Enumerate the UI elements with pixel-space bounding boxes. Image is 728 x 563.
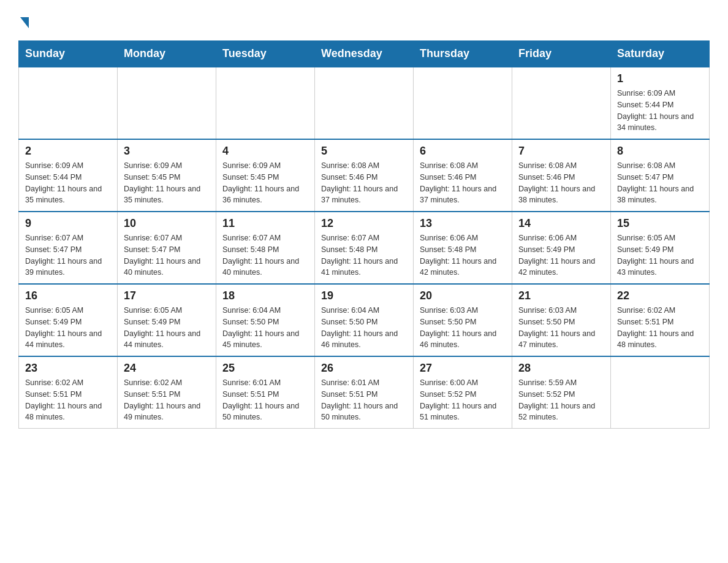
day-info: Sunrise: 6:01 AM Sunset: 5:51 PM Dayligh…	[321, 377, 407, 423]
day-info: Sunrise: 6:02 AM Sunset: 5:51 PM Dayligh…	[124, 377, 210, 423]
day-info: Sunrise: 6:07 AM Sunset: 5:48 PM Dayligh…	[321, 232, 407, 278]
calendar-cell: 3Sunrise: 6:09 AM Sunset: 5:45 PM Daylig…	[118, 139, 216, 212]
day-number: 7	[518, 145, 604, 158]
calendar-cell: 4Sunrise: 6:09 AM Sunset: 5:45 PM Daylig…	[216, 139, 315, 212]
calendar-cell	[315, 67, 414, 139]
day-number: 14	[518, 217, 604, 230]
calendar-cell: 18Sunrise: 6:04 AM Sunset: 5:50 PM Dayli…	[216, 284, 315, 356]
day-number: 10	[124, 217, 210, 230]
day-number: 23	[25, 362, 111, 375]
day-number: 24	[124, 362, 210, 375]
day-info: Sunrise: 6:02 AM Sunset: 5:51 PM Dayligh…	[617, 305, 703, 351]
calendar-cell: 26Sunrise: 6:01 AM Sunset: 5:51 PM Dayli…	[315, 356, 414, 429]
calendar-cell: 16Sunrise: 6:05 AM Sunset: 5:49 PM Dayli…	[19, 284, 118, 356]
calendar-week-row: 16Sunrise: 6:05 AM Sunset: 5:49 PM Dayli…	[19, 284, 710, 356]
calendar-cell: 22Sunrise: 6:02 AM Sunset: 5:51 PM Dayli…	[611, 284, 710, 356]
day-info: Sunrise: 6:08 AM Sunset: 5:46 PM Dayligh…	[518, 160, 604, 206]
day-info: Sunrise: 6:07 AM Sunset: 5:47 PM Dayligh…	[124, 232, 210, 278]
day-info: Sunrise: 6:01 AM Sunset: 5:51 PM Dayligh…	[222, 377, 308, 423]
calendar-cell	[611, 356, 710, 429]
day-number: 22	[617, 289, 703, 302]
calendar-cell: 8Sunrise: 6:08 AM Sunset: 5:47 PM Daylig…	[611, 139, 710, 212]
day-number: 8	[617, 145, 703, 158]
calendar-cell: 1Sunrise: 6:09 AM Sunset: 5:44 PM Daylig…	[611, 67, 710, 139]
calendar-table: SundayMondayTuesdayWednesdayThursdayFrid…	[18, 40, 710, 429]
day-info: Sunrise: 6:08 AM Sunset: 5:46 PM Dayligh…	[321, 160, 407, 206]
day-number: 18	[222, 289, 308, 302]
calendar-cell: 17Sunrise: 6:05 AM Sunset: 5:49 PM Dayli…	[118, 284, 216, 356]
day-info: Sunrise: 6:09 AM Sunset: 5:44 PM Dayligh…	[617, 88, 703, 134]
day-info: Sunrise: 6:04 AM Sunset: 5:50 PM Dayligh…	[321, 305, 407, 351]
calendar-cell	[216, 67, 315, 139]
calendar-cell: 5Sunrise: 6:08 AM Sunset: 5:46 PM Daylig…	[315, 139, 414, 212]
day-info: Sunrise: 6:09 AM Sunset: 5:45 PM Dayligh…	[222, 160, 308, 206]
day-number: 13	[420, 217, 506, 230]
calendar-header-wednesday: Wednesday	[315, 41, 414, 67]
calendar-cell	[414, 67, 512, 139]
calendar-week-row: 23Sunrise: 6:02 AM Sunset: 5:51 PM Dayli…	[19, 356, 710, 429]
calendar-cell: 20Sunrise: 6:03 AM Sunset: 5:50 PM Dayli…	[414, 284, 512, 356]
day-number: 15	[617, 217, 703, 230]
day-info: Sunrise: 6:00 AM Sunset: 5:52 PM Dayligh…	[420, 377, 506, 423]
calendar-cell: 19Sunrise: 6:04 AM Sunset: 5:50 PM Dayli…	[315, 284, 414, 356]
day-number: 1	[617, 72, 703, 85]
calendar-cell: 21Sunrise: 6:03 AM Sunset: 5:50 PM Dayli…	[512, 284, 611, 356]
calendar-cell: 27Sunrise: 6:00 AM Sunset: 5:52 PM Dayli…	[414, 356, 512, 429]
calendar-cell: 7Sunrise: 6:08 AM Sunset: 5:46 PM Daylig…	[512, 139, 611, 212]
day-number: 28	[518, 362, 604, 375]
calendar-header-thursday: Thursday	[414, 41, 512, 67]
day-number: 20	[420, 289, 506, 302]
day-info: Sunrise: 6:08 AM Sunset: 5:46 PM Dayligh…	[420, 160, 506, 206]
calendar-header-saturday: Saturday	[611, 41, 710, 67]
calendar-cell: 10Sunrise: 6:07 AM Sunset: 5:47 PM Dayli…	[118, 212, 216, 284]
day-number: 12	[321, 217, 407, 230]
calendar-header-sunday: Sunday	[19, 41, 118, 67]
calendar-cell	[19, 67, 118, 139]
day-number: 17	[124, 289, 210, 302]
calendar-header-row: SundayMondayTuesdayWednesdayThursdayFrid…	[19, 41, 710, 67]
day-info: Sunrise: 5:59 AM Sunset: 5:52 PM Dayligh…	[518, 377, 604, 423]
calendar-cell: 13Sunrise: 6:06 AM Sunset: 5:48 PM Dayli…	[414, 212, 512, 284]
calendar-header-tuesday: Tuesday	[216, 41, 315, 67]
page-header	[18, 12, 710, 28]
day-info: Sunrise: 6:03 AM Sunset: 5:50 PM Dayligh…	[420, 305, 506, 351]
day-number: 11	[222, 217, 308, 230]
day-number: 25	[222, 362, 308, 375]
day-info: Sunrise: 6:07 AM Sunset: 5:47 PM Dayligh…	[25, 232, 111, 278]
day-info: Sunrise: 6:03 AM Sunset: 5:50 PM Dayligh…	[518, 305, 604, 351]
calendar-cell: 12Sunrise: 6:07 AM Sunset: 5:48 PM Dayli…	[315, 212, 414, 284]
day-info: Sunrise: 6:05 AM Sunset: 5:49 PM Dayligh…	[617, 232, 703, 278]
day-info: Sunrise: 6:09 AM Sunset: 5:45 PM Dayligh…	[124, 160, 210, 206]
calendar-cell: 28Sunrise: 5:59 AM Sunset: 5:52 PM Dayli…	[512, 356, 611, 429]
day-number: 3	[124, 145, 210, 158]
calendar-week-row: 2Sunrise: 6:09 AM Sunset: 5:44 PM Daylig…	[19, 139, 710, 212]
day-number: 9	[25, 217, 111, 230]
calendar-cell	[512, 67, 611, 139]
calendar-cell: 24Sunrise: 6:02 AM Sunset: 5:51 PM Dayli…	[118, 356, 216, 429]
calendar-week-row: 9Sunrise: 6:07 AM Sunset: 5:47 PM Daylig…	[19, 212, 710, 284]
calendar-cell: 2Sunrise: 6:09 AM Sunset: 5:44 PM Daylig…	[19, 139, 118, 212]
calendar-cell: 9Sunrise: 6:07 AM Sunset: 5:47 PM Daylig…	[19, 212, 118, 284]
day-number: 4	[222, 145, 308, 158]
day-number: 19	[321, 289, 407, 302]
day-info: Sunrise: 6:02 AM Sunset: 5:51 PM Dayligh…	[25, 377, 111, 423]
day-info: Sunrise: 6:09 AM Sunset: 5:44 PM Dayligh…	[25, 160, 111, 206]
day-info: Sunrise: 6:08 AM Sunset: 5:47 PM Dayligh…	[617, 160, 703, 206]
calendar-header-monday: Monday	[118, 41, 216, 67]
calendar-cell: 6Sunrise: 6:08 AM Sunset: 5:46 PM Daylig…	[414, 139, 512, 212]
day-info: Sunrise: 6:06 AM Sunset: 5:48 PM Dayligh…	[420, 232, 506, 278]
calendar-header-friday: Friday	[512, 41, 611, 67]
calendar-cell: 11Sunrise: 6:07 AM Sunset: 5:48 PM Dayli…	[216, 212, 315, 284]
day-info: Sunrise: 6:05 AM Sunset: 5:49 PM Dayligh…	[124, 305, 210, 351]
day-info: Sunrise: 6:06 AM Sunset: 5:49 PM Dayligh…	[518, 232, 604, 278]
day-number: 21	[518, 289, 604, 302]
day-number: 5	[321, 145, 407, 158]
day-info: Sunrise: 6:07 AM Sunset: 5:48 PM Dayligh…	[222, 232, 308, 278]
day-number: 26	[321, 362, 407, 375]
calendar-cell: 25Sunrise: 6:01 AM Sunset: 5:51 PM Dayli…	[216, 356, 315, 429]
day-number: 16	[25, 289, 111, 302]
day-number: 27	[420, 362, 506, 375]
logo-arrow-icon	[20, 17, 29, 28]
logo	[18, 12, 29, 28]
day-number: 6	[420, 145, 506, 158]
